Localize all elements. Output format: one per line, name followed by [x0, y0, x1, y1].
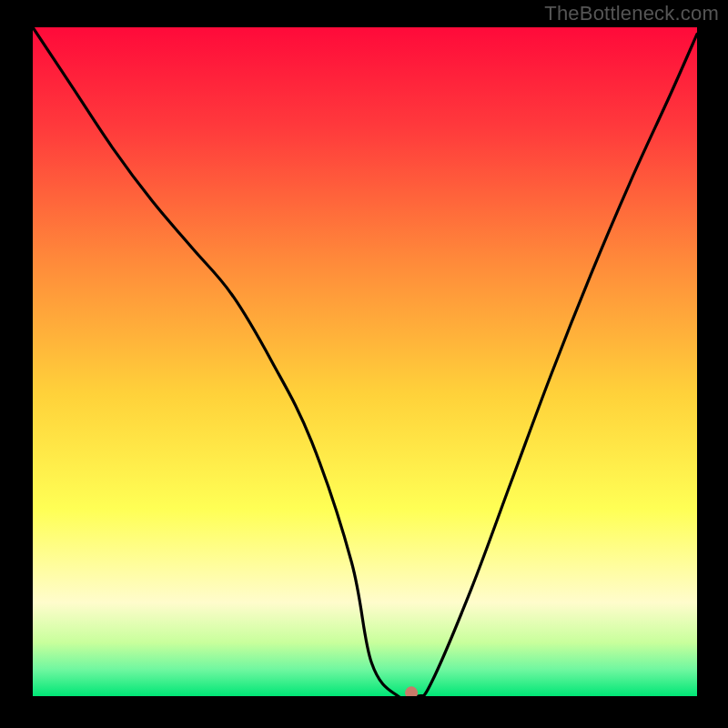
watermark-label: TheBottleneck.com — [544, 2, 719, 25]
plot-svg — [33, 27, 697, 696]
chart-container: TheBottleneck.com — [0, 0, 728, 728]
gradient-background — [33, 27, 697, 696]
plot-frame — [33, 27, 697, 696]
